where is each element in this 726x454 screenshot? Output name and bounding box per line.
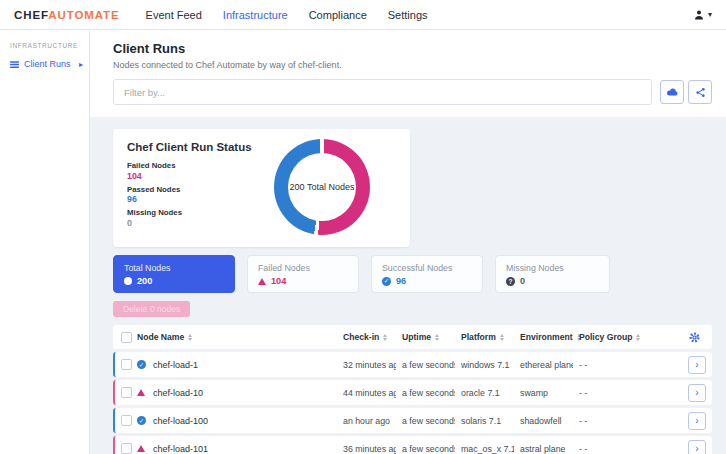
donut-center: 200 Total Nodes <box>288 153 356 221</box>
delete-nodes-button[interactable]: Delete 0 nodes <box>113 301 190 317</box>
node-name-link[interactable]: chef-load-100 <box>153 416 337 426</box>
main-content: Client Runs Nodes connected to Chef Auto… <box>90 30 726 454</box>
legend-item-passed: Passed Nodes 96 <box>127 186 255 206</box>
nav-event-feed[interactable]: Event Feed <box>146 9 202 21</box>
download-button[interactable] <box>660 80 684 104</box>
sidebar-item-client-runs[interactable]: Client Runs ▸ <box>0 56 89 72</box>
filter-card-successful-nodes[interactable]: Successful Nodes ✓96 <box>371 255 483 293</box>
user-menu[interactable]: ▾ <box>693 9 712 21</box>
chevron-right-icon: ▸ <box>79 60 83 69</box>
row-checkbox[interactable] <box>121 443 132 454</box>
node-name-link[interactable]: chef-load-1 <box>153 360 337 370</box>
row-expand-button[interactable]: › <box>688 440 706 454</box>
node-name-link[interactable]: chef-load-10 <box>153 388 337 398</box>
donut-center-label: 200 Total Nodes <box>290 182 355 192</box>
sort-icon <box>435 334 439 341</box>
table-row: chef-load-10 44 minutes ago a few second… <box>113 380 712 405</box>
table-settings-button[interactable] <box>689 332 712 343</box>
main-nav: Event Feed Infrastructure Compliance Set… <box>146 9 693 21</box>
logo-automate-text: AUTOMATE <box>48 9 119 21</box>
chart-title: Chef Client Run Status <box>127 141 255 153</box>
sort-icon <box>500 334 504 341</box>
column-header-platform[interactable]: Platform <box>455 332 514 342</box>
table-row: ✓ chef-load-1 32 minutes ago a few secon… <box>113 352 712 377</box>
person-icon <box>693 9 705 21</box>
sidebar: INFRASTRUCTURE Client Runs ▸ <box>0 30 90 454</box>
top-navbar: CHEFAUTOMATE Event Feed Infrastructure C… <box>0 0 726 30</box>
chevron-right-icon: › <box>695 360 698 370</box>
chef-automate-logo[interactable]: CHEFAUTOMATE <box>14 9 120 21</box>
sidebar-section-label: INFRASTRUCTURE <box>0 42 89 56</box>
sort-icon <box>188 334 192 341</box>
legend-item-missing: Missing Nodes 0 <box>127 209 255 229</box>
legend-item-failed: Failed Nodes 104 <box>127 162 255 182</box>
check-circle-icon: ✓ <box>137 416 146 425</box>
chevron-right-icon: › <box>695 444 698 454</box>
filter-card-total-nodes[interactable]: Total Nodes 200 <box>113 255 235 293</box>
check-circle-icon: ✓ <box>382 277 391 286</box>
filter-card-failed-nodes[interactable]: Failed Nodes 104 <box>247 255 359 293</box>
row-expand-button[interactable]: › <box>688 356 706 374</box>
sidebar-item-label: Client Runs <box>24 59 74 69</box>
filter-input[interactable] <box>113 79 652 105</box>
chart-legend-panel: Chef Client Run Status Failed Nodes 104 … <box>127 141 255 235</box>
page-header: Client Runs Nodes connected to Chef Auto… <box>90 30 726 117</box>
node-name-link[interactable]: chef-load-101 <box>153 444 337 454</box>
column-header-check-in[interactable]: Check-in <box>337 332 396 342</box>
logo-chef-text: CHEF <box>14 9 48 21</box>
cloud-download-icon <box>666 86 678 98</box>
page-subtitle: Nodes connected to Chef Automate by way … <box>113 60 712 70</box>
status-filter-cards: Total Nodes 200 Failed Nodes 104 Success… <box>113 255 712 293</box>
list-icon <box>10 60 19 69</box>
chevron-down-icon: ▾ <box>708 10 712 19</box>
app-body: INFRASTRUCTURE Client Runs ▸ Client Runs… <box>0 30 726 454</box>
chart-legend: Failed Nodes 104 Passed Nodes 96 Missing… <box>127 162 255 229</box>
share-button[interactable] <box>688 80 712 104</box>
donut-chart: 200 Total Nodes <box>274 139 370 235</box>
table-header-row: Node Name Check-in Uptime Platform <box>113 325 712 349</box>
client-run-status-card: Chef Client Run Status Failed Nodes 104 … <box>113 129 410 247</box>
row-expand-button[interactable]: › <box>688 412 706 430</box>
share-icon <box>695 87 706 98</box>
row-checkbox[interactable] <box>121 415 132 426</box>
check-circle-icon: ✓ <box>137 360 146 369</box>
table-row: ✓ chef-load-100 an hour ago a few second… <box>113 408 712 433</box>
chevron-right-icon: › <box>695 416 698 426</box>
row-expand-button[interactable]: › <box>688 384 706 402</box>
column-header-environment[interactable]: Environment <box>514 332 573 342</box>
page-title: Client Runs <box>113 41 712 56</box>
chef-automate-app: CHEFAUTOMATE Event Feed Infrastructure C… <box>0 0 726 454</box>
row-checkbox[interactable] <box>121 387 132 398</box>
nav-settings[interactable]: Settings <box>388 9 428 21</box>
content-area: Chef Client Run Status Failed Nodes 104 … <box>90 117 726 454</box>
gear-icon <box>689 332 700 343</box>
nav-compliance[interactable]: Compliance <box>309 9 367 21</box>
filter-card-missing-nodes[interactable]: Missing Nodes ?0 <box>495 255 610 293</box>
column-header-uptime[interactable]: Uptime <box>396 332 455 342</box>
nodes-table: Node Name Check-in Uptime Platform <box>113 325 712 454</box>
circle-icon <box>124 277 132 285</box>
alert-triangle-icon <box>137 389 145 396</box>
row-checkbox[interactable] <box>121 359 132 370</box>
table-row: chef-load-101 36 minutes ago a few secon… <box>113 436 712 454</box>
sort-icon <box>383 334 387 341</box>
column-header-node-name[interactable]: Node Name <box>137 332 337 342</box>
select-all-checkbox[interactable] <box>121 332 132 343</box>
alert-triangle-icon <box>137 445 145 452</box>
nav-infrastructure[interactable]: Infrastructure <box>223 9 288 21</box>
sort-icon <box>636 334 640 341</box>
question-circle-icon: ? <box>506 277 515 286</box>
alert-triangle-icon <box>258 278 266 285</box>
filter-bar <box>113 79 712 105</box>
column-header-policy-group[interactable]: Policy Group <box>573 332 644 342</box>
chevron-right-icon: › <box>695 388 698 398</box>
